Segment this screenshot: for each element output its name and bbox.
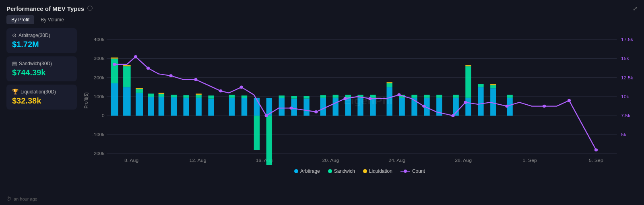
- svg-text:200k: 200k: [94, 75, 105, 80]
- liquidation-legend-label: Liquidation: [369, 168, 392, 174]
- svg-text:5. Sep: 5. Sep: [589, 158, 603, 163]
- svg-rect-57: [242, 95, 247, 98]
- svg-point-104: [169, 74, 172, 77]
- svg-rect-97: [490, 85, 496, 89]
- svg-point-108: [264, 114, 268, 117]
- svg-point-106: [219, 89, 222, 93]
- tab-by-volume[interactable]: By Volume: [36, 15, 68, 24]
- svg-text:20. Aug: 20. Aug: [322, 158, 339, 163]
- svg-rect-70: [333, 98, 339, 116]
- svg-rect-34: [123, 87, 131, 116]
- page-title: Performance of MEV Types: [6, 5, 84, 12]
- legend-arbitrage: Arbitrage: [294, 168, 320, 174]
- svg-rect-46: [171, 95, 177, 97]
- chart-area: 400k 300k 200k 100k 0 -100k -200k Profit…: [82, 28, 638, 195]
- svg-point-114: [422, 105, 425, 108]
- svg-rect-65: [291, 96, 297, 99]
- svg-rect-91: [465, 98, 471, 116]
- count-legend-line-icon: [400, 169, 410, 173]
- header-row: Performance of MEV Types ⓘ ⤢: [6, 5, 638, 12]
- svg-text:1. Sep: 1. Sep: [522, 158, 537, 163]
- svg-rect-56: [242, 98, 247, 116]
- svg-rect-71: [333, 95, 339, 98]
- svg-rect-48: [183, 95, 189, 98]
- svg-rect-92: [465, 66, 471, 97]
- svg-rect-37: [136, 93, 143, 116]
- svg-point-118: [543, 105, 546, 108]
- svg-point-101: [113, 63, 116, 66]
- svg-rect-45: [171, 97, 177, 116]
- svg-point-107: [240, 86, 243, 89]
- tab-by-profit[interactable]: By Profit: [6, 15, 34, 24]
- svg-rect-96: [490, 88, 496, 116]
- svg-text:5k: 5k: [621, 132, 626, 137]
- svg-text:28. Aug: 28. Aug: [455, 158, 472, 163]
- chart-legend: Arbitrage Sandwich Liquidation Count: [82, 165, 638, 176]
- svg-rect-32: [111, 59, 118, 83]
- liquidation-icon: 🏆: [12, 89, 19, 95]
- legend-liquidation: Liquidation: [363, 168, 392, 174]
- tabs-row: By Profit By Volume: [6, 15, 638, 24]
- sandwich-value: $744.39k: [12, 68, 71, 77]
- svg-text:17.5k: 17.5k: [621, 37, 633, 42]
- main-content: ⊙ Arbitrage(30D) $1.72M ▤ Sandwich(30D) …: [6, 28, 638, 195]
- svg-rect-39: [136, 88, 143, 89]
- svg-point-113: [397, 93, 400, 97]
- svg-rect-59: [254, 116, 260, 150]
- svg-rect-40: [148, 97, 154, 116]
- svg-text:-100k: -100k: [92, 132, 105, 137]
- svg-rect-63: [279, 95, 285, 98]
- stat-label-arbitrage: ⊙ Arbitrage(30D): [12, 32, 71, 38]
- legend-count: Count: [400, 168, 425, 174]
- svg-point-117: [505, 105, 508, 108]
- svg-rect-95: [478, 84, 483, 87]
- title-group: Performance of MEV Types ⓘ: [6, 5, 93, 12]
- legend-sandwich: Sandwich: [328, 168, 355, 174]
- svg-text:Count: Count: [636, 94, 638, 107]
- svg-rect-61: [266, 116, 272, 165]
- svg-rect-35: [123, 66, 131, 87]
- svg-text:7.5k: 7.5k: [621, 113, 630, 118]
- svg-point-115: [451, 114, 454, 117]
- svg-rect-49: [196, 98, 201, 116]
- svg-text:Profit($): Profit($): [83, 92, 89, 108]
- svg-text:10k: 10k: [621, 94, 629, 99]
- main-chart: 400k 300k 200k 100k 0 -100k -200k Profit…: [82, 28, 638, 165]
- svg-rect-31: [111, 83, 118, 116]
- stat-label-liquidation: 🏆 Liquidation(30D): [12, 89, 71, 95]
- svg-rect-80: [386, 82, 392, 83]
- svg-rect-67: [303, 96, 309, 99]
- info-icon[interactable]: ⓘ: [87, 5, 93, 12]
- svg-point-102: [134, 55, 137, 58]
- svg-text:EigenPhi: EigenPhi: [343, 95, 392, 107]
- svg-rect-47: [183, 98, 189, 116]
- svg-rect-66: [303, 99, 309, 116]
- svg-point-120: [594, 148, 598, 151]
- arbitrage-legend-label: Arbitrage: [300, 168, 320, 174]
- svg-rect-51: [196, 93, 201, 95]
- svg-rect-44: [159, 93, 164, 94]
- svg-point-103: [147, 66, 150, 70]
- main-container: Performance of MEV Types ⓘ ⤢ By Profit B…: [0, 0, 644, 205]
- svg-rect-68: [320, 98, 326, 116]
- svg-rect-50: [196, 95, 201, 98]
- svg-rect-62: [279, 98, 285, 116]
- svg-point-119: [568, 99, 571, 102]
- stat-card-sandwich: ▤ Sandwich(30D) $744.39k: [6, 56, 77, 81]
- liquidation-legend-dot: [363, 169, 367, 173]
- svg-rect-69: [320, 95, 326, 98]
- svg-rect-93: [465, 65, 471, 66]
- liquidation-value: $32.38k: [12, 96, 71, 106]
- svg-rect-42: [159, 97, 164, 116]
- svg-point-123: [404, 170, 407, 173]
- svg-rect-33: [111, 58, 118, 59]
- svg-rect-54: [229, 98, 235, 116]
- svg-rect-36: [123, 65, 131, 66]
- svg-point-116: [464, 101, 467, 104]
- svg-point-110: [314, 110, 318, 114]
- svg-text:15k: 15k: [621, 56, 629, 61]
- footer-row: ⏱ an hour ago: [6, 195, 638, 202]
- expand-icon[interactable]: ⤢: [633, 5, 638, 12]
- count-legend-label: Count: [412, 168, 425, 174]
- sandwich-legend-label: Sandwich: [334, 168, 355, 174]
